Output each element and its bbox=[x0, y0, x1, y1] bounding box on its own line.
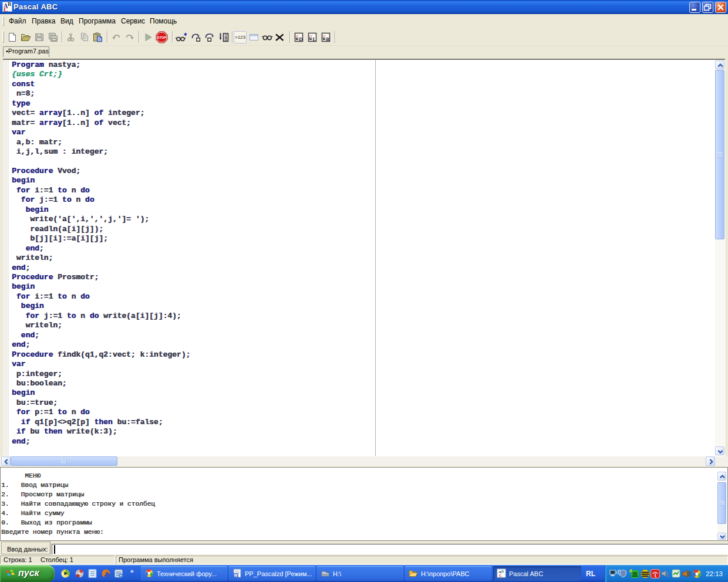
svg-text:R: R bbox=[326, 36, 330, 42]
svg-text:STOP: STOP bbox=[157, 36, 166, 39]
svg-text:L: L bbox=[312, 36, 316, 42]
svg-text:W: W bbox=[234, 573, 238, 577]
svg-text:D: D bbox=[299, 36, 303, 42]
svg-text:C: C bbox=[499, 573, 502, 578]
